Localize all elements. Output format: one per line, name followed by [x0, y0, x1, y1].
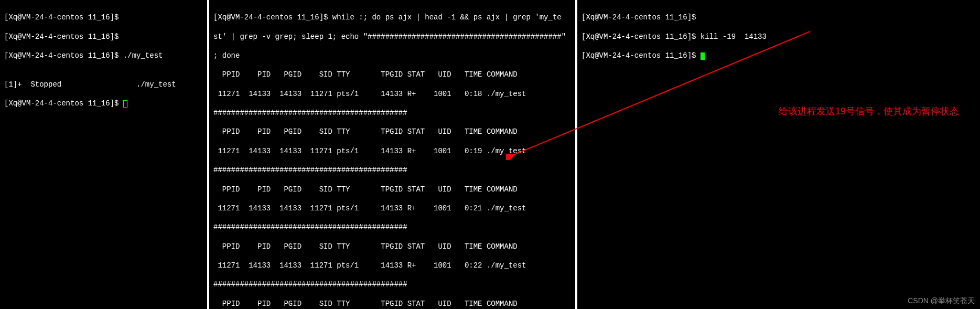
- divider-line: ########################################…: [213, 280, 571, 289]
- command-line: [Xq@VM-24-4-centos 11_16]$ kill -19 1413…: [581, 32, 976, 41]
- cursor-icon: [701, 52, 705, 60]
- ps-header: PPID PID PGID SID TTY TPGID STAT UID TIM…: [213, 242, 571, 251]
- ps-row: 11271 14133 14133 11271 pts/1 14133 R+ 1…: [213, 89, 571, 99]
- divider-line: ########################################…: [213, 108, 571, 118]
- terminal-middle[interactable]: [Xq@VM-24-4-centos 11_16]$ while :; do p…: [209, 0, 575, 309]
- divider-line: ########################################…: [213, 165, 571, 175]
- command-line: [Xq@VM-24-4-centos 11_16]$ ./my_test: [4, 51, 203, 60]
- watermark: CSDN @举杯笑苍天: [908, 296, 975, 306]
- prompt-line: [Xq@VM-24-4-centos 11_16]$: [4, 32, 203, 41]
- stopped-line: [1]+ Stopped ./my_test: [4, 80, 203, 89]
- ps-header: PPID PID PGID SID TTY TPGID STAT UID TIM…: [213, 127, 571, 136]
- command-line: st' | grep -v grep; sleep 1; echo "#####…: [213, 32, 571, 41]
- prompt-line: [Xq@VM-24-4-centos 11_16]$: [4, 13, 203, 22]
- terminal-right[interactable]: [Xq@VM-24-4-centos 11_16]$ [Xq@VM-24-4-c…: [577, 0, 980, 309]
- ps-row: 11271 14133 14133 11271 pts/1 14133 R+ 1…: [213, 261, 571, 270]
- ps-header: PPID PID PGID SID TTY TPGID STAT UID TIM…: [213, 185, 571, 194]
- annotation-text: 给该进程发送19号信号，使其成为暂停状态: [779, 105, 959, 118]
- command-line: ; done: [213, 51, 571, 60]
- prompt-line: [Xq@VM-24-4-centos 11_16]$: [581, 13, 976, 22]
- ps-header: PPID PID PGID SID TTY TPGID STAT UID TIM…: [213, 70, 571, 79]
- divider-line: ########################################…: [213, 222, 571, 232]
- ps-row: 11271 14133 14133 11271 pts/1 14133 R+ 1…: [213, 146, 571, 156]
- ps-header: PPID PID PGID SID TTY TPGID STAT UID TIM…: [213, 299, 571, 308]
- prompt-line: [Xq@VM-24-4-centos 11_16]$: [581, 51, 976, 60]
- cursor-icon: [123, 100, 127, 108]
- prompt-line: [Xq@VM-24-4-centos 11_16]$: [4, 99, 203, 108]
- ps-row: 11271 14133 14133 11271 pts/1 14133 R+ 1…: [213, 204, 571, 213]
- terminal-left[interactable]: [Xq@VM-24-4-centos 11_16]$ [Xq@VM-24-4-c…: [0, 0, 207, 309]
- command-line: [Xq@VM-24-4-centos 11_16]$ while :; do p…: [213, 13, 571, 22]
